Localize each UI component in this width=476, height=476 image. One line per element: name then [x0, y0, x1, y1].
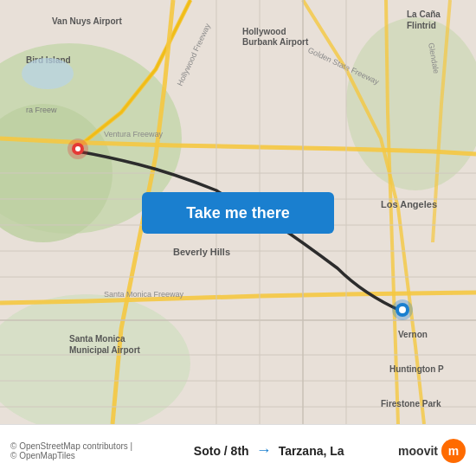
- take-me-there-button[interactable]: Take me there: [142, 192, 334, 234]
- svg-point-40: [75, 146, 80, 151]
- moovit-icon: m: [441, 439, 466, 463]
- svg-text:Hollywood: Hollywood: [242, 27, 286, 36]
- svg-text:Municipal Airport: Municipal Airport: [69, 345, 141, 355]
- moovit-logo-text: moovit: [398, 444, 438, 458]
- svg-text:Huntington P: Huntington P: [389, 364, 444, 374]
- map-container: Ventura Freeway Santa Monica Freeway Gol…: [0, 0, 476, 424]
- svg-text:Los Angeles: Los Angeles: [381, 199, 437, 209]
- moovit-logo: moovit m: [398, 439, 466, 463]
- svg-text:Vernon: Vernon: [398, 330, 428, 339]
- arrow-icon: →: [256, 441, 272, 460]
- svg-text:ra Freew: ra Freew: [26, 106, 57, 114]
- svg-text:Ventura Freeway: Ventura Freeway: [104, 130, 164, 138]
- svg-point-43: [399, 306, 406, 313]
- svg-text:Santa Monica Freeway: Santa Monica Freeway: [104, 290, 184, 299]
- svg-text:Beverly Hills: Beverly Hills: [173, 247, 230, 257]
- destination-label: Tarzana, La: [279, 444, 344, 458]
- attribution: © OpenStreetMap contributors | © OpenMap…: [10, 441, 139, 460]
- svg-text:Burbank Airport: Burbank Airport: [242, 37, 309, 47]
- svg-text:La Caña: La Caña: [407, 10, 441, 19]
- origin-label: Soto / 8th: [194, 444, 249, 458]
- route-info: Soto / 8th → Tarzana, La: [139, 441, 398, 460]
- svg-text:Santa Monica: Santa Monica: [69, 334, 125, 344]
- svg-text:Firestone Park: Firestone Park: [381, 399, 441, 408]
- svg-text:Flintrid: Flintrid: [407, 21, 436, 30]
- svg-text:Van Nuys Airport: Van Nuys Airport: [52, 16, 122, 26]
- svg-point-37: [22, 58, 74, 89]
- bottom-bar: © OpenStreetMap contributors | © OpenMap…: [0, 424, 476, 476]
